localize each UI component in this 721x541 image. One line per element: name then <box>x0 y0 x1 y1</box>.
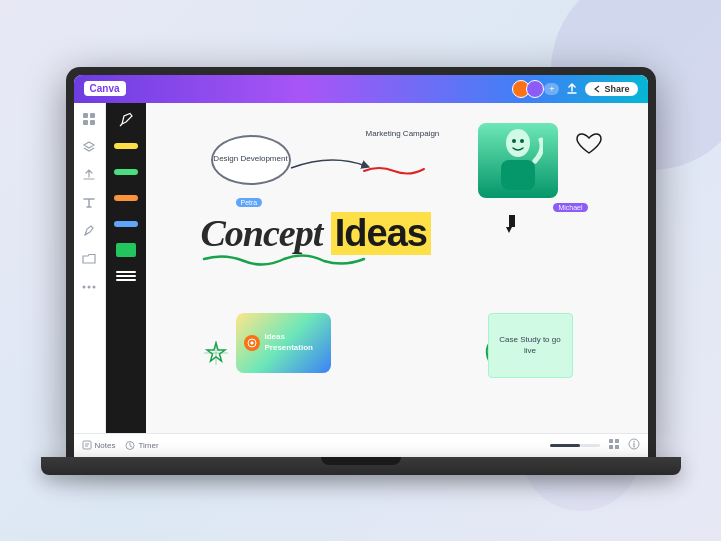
timer-label: Timer <box>138 441 158 450</box>
svg-rect-22 <box>609 445 613 449</box>
sidebar-upload-icon[interactable] <box>79 165 99 185</box>
photo-card <box>478 123 558 198</box>
svg-rect-21 <box>615 439 619 443</box>
heart-doodle <box>575 133 603 163</box>
svg-rect-2 <box>83 120 88 125</box>
notes-control[interactable]: Notes <box>82 440 116 450</box>
sidebar-text-icon[interactable] <box>79 193 99 213</box>
svg-point-26 <box>633 441 634 442</box>
svg-rect-3 <box>90 120 95 125</box>
laptop-base <box>41 457 681 475</box>
canvas-content: Design Development <box>146 103 648 433</box>
svg-rect-0 <box>83 113 88 118</box>
tool-pen[interactable] <box>111 109 141 131</box>
canva-logo[interactable]: Canva <box>84 81 126 96</box>
topbar-right: + Share <box>512 80 637 98</box>
svg-point-9 <box>512 139 516 143</box>
canvas-main[interactable]: Design Development <box>146 103 648 433</box>
bottom-bar: Notes Timer <box>74 433 648 457</box>
svg-point-7 <box>506 129 530 157</box>
pencil-mark <box>506 215 518 233</box>
sidebar-layers-icon[interactable] <box>79 137 99 157</box>
red-scribble <box>364 163 434 177</box>
sidebar-pen-icon[interactable] <box>79 221 99 241</box>
petra-label: Petra <box>236 198 263 207</box>
progress-fill <box>550 444 580 447</box>
svg-rect-23 <box>615 445 619 449</box>
avatar-2 <box>526 80 544 98</box>
svg-rect-20 <box>609 439 613 443</box>
svg-rect-16 <box>83 441 91 449</box>
notes-label: Notes <box>95 441 116 450</box>
bottom-right-controls <box>550 438 640 452</box>
svg-rect-1 <box>90 113 95 118</box>
case-study-text: Case Study to go live <box>497 334 564 356</box>
marketing-campaign-label: Marketing Campaign <box>366 128 440 139</box>
tool-highlighter-blue[interactable] <box>111 213 141 235</box>
sidebar-folder-icon[interactable] <box>79 249 99 269</box>
tool-highlighter-green[interactable] <box>111 161 141 183</box>
svg-point-5 <box>88 285 91 288</box>
tool-shape-square[interactable] <box>111 239 141 261</box>
svg-marker-12 <box>506 227 512 233</box>
case-study-card[interactable]: Case Study to go live <box>488 313 573 378</box>
laptop-notch <box>321 457 401 465</box>
upload-icon[interactable] <box>565 82 579 96</box>
laptop-screen: Canva + <box>66 67 656 457</box>
screen-inner: Canva + <box>74 75 648 457</box>
concept-ideas-heading: Concept Ideas <box>201 211 431 255</box>
michael-label: Michael <box>553 203 587 212</box>
progress-bar <box>550 444 600 447</box>
concept-word: Concept <box>201 212 331 254</box>
tool-highlighter-orange[interactable] <box>111 187 141 209</box>
svg-rect-8 <box>501 160 535 190</box>
person-photo <box>478 123 558 198</box>
info-icon[interactable] <box>628 438 640 452</box>
canvas-area: Design Development <box>74 103 648 433</box>
canva-topbar: Canva + <box>74 75 648 103</box>
tool-highlighter-yellow[interactable] <box>111 135 141 157</box>
share-button[interactable]: Share <box>585 82 637 96</box>
sidebar-more-icon[interactable] <box>79 277 99 297</box>
timer-control[interactable]: Timer <box>125 440 158 450</box>
design-development-bubble: Design Development <box>211 135 291 185</box>
ideas-word: Ideas <box>331 212 431 255</box>
svg-point-4 <box>83 285 86 288</box>
avatar-group: + <box>512 80 559 98</box>
invite-button[interactable]: + <box>544 83 559 95</box>
svg-point-10 <box>520 139 524 143</box>
svg-point-6 <box>93 285 96 288</box>
ideas-presentation-card[interactable]: Ideas Presentation <box>236 313 331 373</box>
tools-panel <box>106 103 146 433</box>
tool-lines[interactable] <box>111 265 141 287</box>
svg-rect-11 <box>509 215 515 227</box>
grid-view-icon[interactable] <box>608 438 620 452</box>
star-doodle <box>204 341 228 371</box>
sidebar-grid-icon[interactable] <box>79 109 99 129</box>
ideas-card-icon <box>244 335 260 351</box>
bottom-left-controls: Notes Timer <box>82 440 159 450</box>
ideas-card-text: Ideas Presentation <box>265 332 313 353</box>
laptop-wrapper: Canva + <box>41 67 681 475</box>
left-sidebar <box>74 103 106 433</box>
